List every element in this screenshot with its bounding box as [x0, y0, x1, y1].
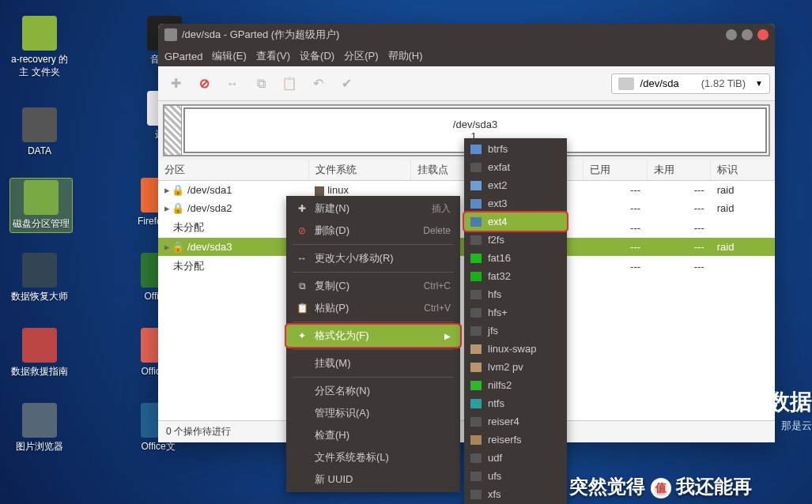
- fs-label: reiser4: [488, 416, 519, 427]
- fs-lvm2 pv[interactable]: lvm2 pv: [464, 358, 567, 376]
- fs-swatch-icon: [470, 145, 482, 154]
- fs-reiserfs[interactable]: reiserfs: [464, 431, 567, 449]
- menu-label: 管理标识(A): [315, 406, 451, 420]
- fs-swatch-icon: [470, 163, 482, 172]
- fs-label: ufs: [488, 470, 501, 482]
- col-分区[interactable]: 分区: [158, 160, 308, 181]
- menuitem-文件系统卷标(L)[interactable]: 文件系统卷标(L): [286, 446, 460, 468]
- menuitem-新 UUID[interactable]: 新 UUID: [286, 468, 460, 491]
- fs-fat32[interactable]: fat32: [464, 267, 567, 285]
- desktop-icon-数据救援指南[interactable]: 数据救援指南: [8, 328, 71, 378]
- fs-linux-swap[interactable]: linux-swap: [464, 340, 567, 358]
- menu-label: 复制(C): [315, 279, 417, 293]
- delete-button[interactable]: ⊘: [191, 71, 217, 96]
- fs-ntfs[interactable]: ntfs: [464, 394, 567, 412]
- close-button[interactable]: [757, 29, 769, 40]
- menuitem-删除(D)[interactable]: ⊘删除(D)Delete: [286, 220, 460, 242]
- menu-帮助(H)[interactable]: 帮助(H): [388, 49, 423, 63]
- menu-label: 新建(N): [315, 201, 425, 216]
- fs-ext2[interactable]: ext2: [464, 176, 567, 194]
- fs-swatch-icon: [470, 199, 482, 209]
- new-button[interactable]: ✚: [163, 71, 188, 96]
- desktop-icon-图片浏览器[interactable]: 图片浏览器: [8, 403, 71, 453]
- menuitem-管理标识(A)[interactable]: 管理标识(A): [286, 402, 460, 424]
- titlebar[interactable]: /dev/sda - GParted (作为超级用户): [158, 24, 775, 46]
- col-文件系统[interactable]: 文件系统: [308, 160, 410, 181]
- cell-free: ---: [647, 199, 711, 217]
- fs-jfs[interactable]: jfs: [464, 322, 567, 340]
- fs-swatch-icon: [470, 453, 482, 463]
- menu-查看(V)[interactable]: 查看(V): [256, 49, 290, 63]
- fs-swatch-icon: [470, 381, 482, 390]
- fs-swatch-icon: [470, 417, 482, 427]
- menubar[interactable]: GParted编辑(E)查看(V)设备(D)分区(P)帮助(H): [158, 46, 775, 66]
- desktop-icon-数据恢复大师[interactable]: 数据恢复大师: [8, 253, 71, 303]
- fs-label: exfat: [488, 161, 510, 173]
- icon-label: 数据恢复大师: [8, 291, 71, 303]
- fs-label: fat16: [488, 252, 511, 264]
- apply-button[interactable]: ✔: [334, 71, 359, 96]
- disk-stripe: [164, 106, 182, 155]
- fs-reiser4[interactable]: reiser4: [464, 412, 567, 431]
- menu-accel: 插入: [432, 202, 451, 216]
- fs-label: xfs: [488, 488, 501, 500]
- side-text: 数据: [768, 387, 812, 417]
- fs-hfs+[interactable]: hfs+: [464, 303, 567, 322]
- menu-编辑(E)[interactable]: 编辑(E): [212, 49, 246, 63]
- maximize-button[interactable]: [742, 29, 753, 40]
- menuitem-复制(C)[interactable]: ⧉复制(C)Ctrl+C: [286, 275, 460, 297]
- fs-label: btrfs: [488, 143, 508, 155]
- value-badge: 值: [651, 478, 671, 498]
- menu-icon: 📋: [296, 303, 308, 314]
- resize-button[interactable]: ↔: [220, 71, 245, 96]
- fs-nilfs2[interactable]: nilfs2: [464, 376, 567, 394]
- desktop-icon-磁盘分区管理[interactable]: 磁盘分区管理: [9, 178, 73, 233]
- menuitem-更改大小/移动(R)[interactable]: ↔更改大小/移动(R): [286, 247, 460, 269]
- fs-hfs[interactable]: hfs: [464, 285, 567, 303]
- menu-icon: ⊘: [296, 225, 308, 236]
- fs-ext4[interactable]: ext4: [464, 213, 567, 231]
- app-icon: [22, 107, 57, 142]
- menuitem-粘贴(P)[interactable]: 📋粘贴(P)Ctrl+V: [286, 297, 460, 319]
- menu-设备(D)[interactable]: 设备(D): [300, 49, 334, 63]
- device-selector[interactable]: /dev/sda (1.82 TiB) ▼: [611, 73, 770, 94]
- menuitem-挂载(M)[interactable]: 挂载(M): [286, 352, 460, 374]
- menuitem-新建(N)[interactable]: ✚新建(N)插入: [286, 197, 460, 220]
- menuitem-格式化为(F)[interactable]: ✦格式化为(F)▶: [286, 325, 460, 347]
- menu-accel: Ctrl+V: [424, 303, 451, 314]
- device-size: (1.82 TiB): [701, 77, 746, 89]
- col-未用[interactable]: 未用: [647, 160, 711, 181]
- desktop-icon-a-recovery-的主-文件夹[interactable]: a-recovery 的主 文件夹: [8, 16, 71, 78]
- menuitem-分区名称(N)[interactable]: 分区名称(N): [286, 380, 460, 402]
- col-标识[interactable]: 标识: [711, 160, 775, 181]
- fs-label: linux-swap: [488, 343, 536, 355]
- icon-label: a-recovery 的主 文件夹: [8, 54, 71, 78]
- menuitem-检查(H)[interactable]: 检查(H): [286, 424, 460, 446]
- fs-ext3[interactable]: ext3: [464, 194, 567, 213]
- copy-button[interactable]: ⧉: [248, 71, 274, 96]
- fs-xfs[interactable]: xfs: [464, 485, 567, 503]
- col-已用[interactable]: 已用: [583, 160, 647, 181]
- cell-flag: [711, 256, 775, 276]
- chevron-down-icon: ▼: [755, 79, 763, 88]
- minimize-button[interactable]: [726, 29, 737, 40]
- undo-button[interactable]: ↶: [305, 71, 330, 96]
- fs-f2fs[interactable]: f2fs: [464, 231, 567, 249]
- menu-accel: Delete: [423, 225, 451, 236]
- toolbar: ✚ ⊘ ↔ ⧉ 📋 ↶ ✔ /dev/sda (1.82 TiB) ▼: [158, 66, 775, 101]
- app-icon: [22, 16, 57, 51]
- fs-exfat[interactable]: exfat: [464, 158, 567, 176]
- paste-button[interactable]: 📋: [277, 71, 302, 96]
- filesystem-submenu[interactable]: btrfsexfatext2ext3ext4f2fsfat16fat32hfsh…: [464, 138, 567, 504]
- fs-udf[interactable]: udf: [464, 449, 567, 467]
- fs-swatch-icon: [470, 326, 482, 336]
- context-menu[interactable]: ✚新建(N)插入⊘删除(D)Delete↔更改大小/移动(R)⧉复制(C)Ctr…: [286, 196, 460, 492]
- cell-used: ---: [583, 256, 647, 276]
- small-text: 那是云: [781, 419, 812, 433]
- fs-btrfs[interactable]: btrfs: [464, 140, 567, 158]
- fs-fat16[interactable]: fat16: [464, 249, 567, 267]
- menu-分区(P)[interactable]: 分区(P): [344, 49, 378, 63]
- menu-GParted[interactable]: GParted: [164, 51, 202, 62]
- desktop-icon-DATA[interactable]: DATA: [8, 107, 71, 158]
- fs-ufs[interactable]: ufs: [464, 467, 567, 485]
